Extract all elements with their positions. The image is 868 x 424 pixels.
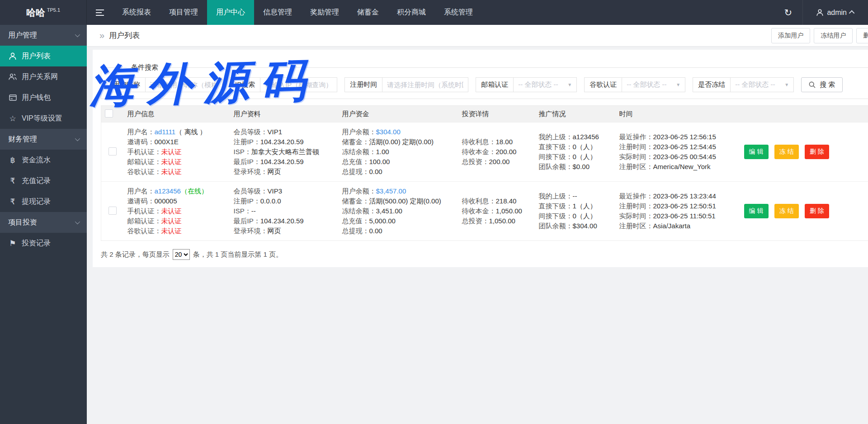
field-line: 间接下级：0（人）	[539, 152, 612, 162]
chevron-down-icon	[75, 32, 80, 37]
sidebar-item-user-network[interactable]: 用户关系网	[0, 66, 87, 87]
col-header-user-profile: 用户资料	[230, 106, 339, 122]
user-menu[interactable]: admin	[802, 0, 868, 25]
regtime-search-group: 注册时间	[344, 77, 468, 92]
nav-tab-points-mall[interactable]: 积分商城	[388, 0, 435, 25]
frozen-status-select[interactable]: -- 全部状态 -- ▼	[731, 77, 794, 92]
delete-user-button[interactable]: 删除用户	[856, 28, 868, 43]
user-link[interactable]: ad1111	[155, 128, 176, 136]
ip-search-input[interactable]	[260, 77, 337, 92]
edit-button[interactable]: 编 辑	[744, 204, 769, 218]
sidebar-item-invest-records[interactable]: ⚑ 投资记录	[0, 233, 87, 254]
rupee-icon: ₹	[8, 197, 17, 207]
delete-button[interactable]: 删 除	[805, 145, 829, 159]
nav-tab-system-mgmt[interactable]: 系统管理	[435, 0, 482, 25]
sidebar-item-user-list[interactable]: 用户列表	[0, 46, 87, 66]
col-header-invest-detail: 投资详情	[458, 106, 535, 122]
baht-icon: ฿	[8, 155, 17, 165]
field-value: $0.00	[573, 163, 590, 170]
row-checkbox[interactable]	[108, 147, 117, 155]
nav-tab-reward-mgmt[interactable]: 奖励管理	[301, 0, 348, 25]
page-title: 用户列表	[109, 30, 140, 41]
caret-down-icon: ▼	[784, 82, 789, 87]
field-label: 用户名：	[127, 128, 155, 136]
delete-button[interactable]: 删 除	[805, 204, 829, 218]
user-icon	[816, 9, 823, 16]
table-header-row: 用户信息 用户资料 用户资金 投资详情 推广情况 时间	[101, 106, 868, 122]
select-all-checkbox[interactable]	[105, 109, 113, 118]
page-size-select[interactable]: 20	[173, 249, 190, 260]
col-header-time: 时间	[616, 106, 741, 122]
sidebar-group-project-invest[interactable]: 项目投资	[0, 212, 87, 233]
search-button[interactable]: 搜 索	[801, 77, 843, 92]
nav-tab-project-mgmt[interactable]: 项目管理	[160, 0, 207, 25]
field-line: 手机认证：未认证	[127, 147, 226, 157]
search-icon	[809, 81, 816, 88]
email-verify-label: 邮箱认证	[476, 77, 514, 92]
field-line: 总提现：0.00	[342, 226, 455, 236]
cell-promotion: 我的上级：a123456直接下级：0（人）间接下级：0（人）团队余额：$0.00	[535, 122, 616, 182]
freeze-user-button[interactable]: 冻结用户	[814, 28, 853, 43]
google-verify-select[interactable]: -- 全部状态 -- ▼	[622, 77, 685, 92]
add-user-button[interactable]: 添加用户	[771, 28, 810, 43]
field-value: 000005	[155, 197, 177, 205]
user-link[interactable]: a123456	[155, 187, 181, 195]
freeze-button[interactable]: 冻 结	[774, 145, 799, 159]
field-label: 总充值：	[342, 158, 369, 165]
freeze-button[interactable]: 冻 结	[774, 204, 799, 218]
refresh-icon[interactable]: ↻	[774, 0, 802, 25]
sidebar-item-label: VIP等级设置	[22, 114, 62, 123]
nav-tab-info-mgmt[interactable]: 信息管理	[254, 0, 301, 25]
sidebar-item-vip-level[interactable]: ☆ VIP等级设置	[0, 108, 87, 129]
nav-tab-savings[interactable]: 储蓄金	[348, 0, 388, 25]
field-label: 用户余额：	[342, 187, 376, 195]
cell-time: 最近操作：2023-06-25 13:23:44注册时间：2023-06-25 …	[616, 182, 741, 241]
sidebar-item-label: 提现记录	[22, 197, 51, 207]
pagination: 共 2 条记录，每页显示 20 条，共 1 页当前显示第 1 页。	[101, 249, 868, 260]
cell-invest-detail: 待收利息：218.40待收本金：1,050.00总投资：1,050.00	[458, 182, 535, 241]
field-value: 104.234.20.59	[260, 138, 304, 146]
field-label: 储蓄金：	[342, 197, 369, 205]
username-search-input[interactable]	[146, 77, 222, 92]
chevron-up-icon	[849, 10, 855, 16]
field-line: 邀请码：000005	[127, 196, 226, 206]
field-label: 最近操作：	[619, 133, 653, 141]
field-label: 总投资：	[462, 217, 489, 225]
edit-button[interactable]: 编 辑	[744, 145, 769, 159]
breadcrumb-bar: » 用户列表 添加用户 冻结用户 删除用户	[87, 25, 868, 46]
page-actions: 添加用户 冻结用户 删除用户	[771, 28, 868, 43]
sidebar-item-user-wallet[interactable]: 用户钱包	[0, 87, 87, 108]
nav-tab-system-report[interactable]: 系统报表	[113, 0, 160, 25]
field-line: 用户余额：$304.00	[342, 127, 455, 137]
field-value: 0.0.0.0	[260, 197, 281, 205]
field-value: 加拿大安大略布兰普顿	[251, 148, 319, 155]
cell-user-info: 用户名：a123456（在线）邀请码：000005手机认证：未认证邮箱认证：未认…	[124, 182, 230, 241]
field-line: 储蓄金：活期(500.00) 定期(0.00)	[342, 196, 455, 206]
sidebar-group-user-mgmt[interactable]: 用户管理	[0, 25, 87, 46]
nav-tab-user-center[interactable]: 用户中心	[207, 0, 254, 25]
field-label: ISP：	[234, 148, 251, 155]
field-label: 谷歌认证：	[127, 168, 161, 175]
field-line: 注册IP：0.0.0.0	[234, 196, 335, 206]
field-value: 0（人）	[573, 143, 597, 151]
cell-user-profile: 会员等级：VIP1注册IP：104.234.20.59ISP：加拿大安大略布兰普…	[230, 122, 339, 182]
field-line: 注册时区：America/New_York	[619, 162, 737, 172]
hamburger-menu-icon[interactable]	[87, 0, 113, 25]
search-panel-legend: 条件搜索	[127, 63, 163, 72]
field-value: 1,050.00	[496, 207, 522, 215]
sidebar-group-finance-mgmt[interactable]: 财务管理	[0, 129, 87, 150]
topbar: 哈哈 TP5.1 系统报表 项目管理 用户中心 信息管理 奖励管理 储蓄金 积分…	[0, 0, 868, 25]
field-label: 手机认证：	[127, 148, 161, 155]
chevron-down-icon	[75, 219, 80, 224]
field-value: Asia/Jakarta	[653, 222, 691, 230]
field-label: 最后IP：	[234, 158, 260, 165]
sidebar-item-fund-flow[interactable]: ฿ 资金流水	[0, 150, 87, 170]
field-value: VIP1	[268, 128, 283, 136]
regtime-search-input[interactable]	[382, 77, 468, 92]
row-checkbox[interactable]	[108, 207, 117, 215]
sidebar-item-label: 用户关系网	[22, 72, 58, 82]
field-label: 注册时区：	[619, 222, 653, 230]
sidebar-item-recharge-records[interactable]: ₹ 充值记录	[0, 170, 87, 191]
sidebar-item-withdraw-records[interactable]: ₹ 提现记录	[0, 191, 87, 212]
email-verify-select[interactable]: -- 全部状态 -- ▼	[514, 77, 577, 92]
